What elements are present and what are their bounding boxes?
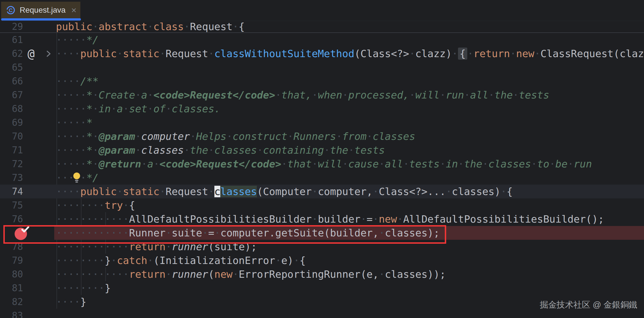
- code-text: ············AllDefaultPossibilitiesBuild…: [56, 212, 604, 226]
- code-text: ············Runner·suite·=·computer.getS…: [56, 226, 440, 240]
- line-number[interactable]: 78: [0, 240, 23, 254]
- line-number[interactable]: 75: [0, 198, 23, 212]
- code-text: ········}: [56, 281, 111, 295]
- tab-request-java[interactable]: C Request.java ×: [1, 2, 80, 19]
- close-icon[interactable]: ×: [71, 6, 76, 15]
- code-line-67[interactable]: 67·····*·Create·a·<code>Request</code>·t…: [0, 88, 644, 102]
- code-text: ········try·{: [56, 198, 135, 212]
- line-number[interactable]: 61: [0, 33, 23, 47]
- sticky-line-number[interactable]: 29: [0, 21, 23, 32]
- code-text: ····}: [56, 295, 86, 309]
- svg-text:C: C: [9, 7, 13, 13]
- code-line-71[interactable]: 71·····*·@param·classes·the·classes·cont…: [0, 143, 644, 157]
- tab-title: Request.java: [20, 6, 65, 15]
- line-number[interactable]: 82: [0, 295, 23, 309]
- code-line-70[interactable]: 70·····*·@param·computer·Helps·construct…: [0, 129, 644, 143]
- ide-window: C Request.java × 29 public·abstract·clas…: [0, 0, 644, 318]
- line-number[interactable]: 80: [0, 267, 23, 281]
- class-icon: C: [6, 5, 16, 15]
- line-number[interactable]: 71: [0, 143, 23, 157]
- line-number[interactable]: 62: [0, 47, 23, 61]
- line-number[interactable]: 72: [0, 157, 23, 171]
- code-text: ············return·runner(new·ErrorRepor…: [56, 267, 446, 281]
- code-line-77[interactable]: ············Runner·suite·=·computer.getS…: [0, 226, 644, 240]
- code-line-72[interactable]: 72·····*·@return·a·<code>Request</code>·…: [0, 157, 644, 171]
- code-line-61[interactable]: 61·····*/: [0, 33, 644, 47]
- code-lines: 61·····*/62@····public·static·Request·cl…: [0, 33, 644, 318]
- fold-chevron-icon[interactable]: [45, 50, 52, 59]
- line-number[interactable]: 65: [0, 61, 23, 74]
- code-line-81[interactable]: 81········}: [0, 281, 644, 295]
- code-line-78[interactable]: 78············return·runner(suite);: [0, 240, 644, 254]
- code-text: ·····*·@return·a·<code>Request</code>·th…: [56, 157, 592, 171]
- code-editor: 61·····*/62@····public·static·Request·cl…: [0, 33, 644, 318]
- code-line-69[interactable]: 69·····*: [0, 116, 644, 129]
- sticky-code: public·abstract·class·Request·{: [56, 21, 245, 32]
- watermark-text: 掘金技术社区 @ 金銀銅鐵: [540, 299, 637, 311]
- line-number[interactable]: 76: [0, 212, 23, 226]
- line-number[interactable]: 81: [0, 281, 23, 295]
- active-tab-underline: [1, 18, 81, 21]
- line-number[interactable]: 66: [0, 74, 23, 88]
- line-number[interactable]: 67: [0, 88, 23, 102]
- code-text: ·····*·Create·a·<code>Request</code>·tha…: [56, 88, 549, 102]
- code-line-79[interactable]: 79········}·catch·(InitializationError·e…: [0, 254, 644, 267]
- code-text: ········}·catch·(InitializationError·e)·…: [56, 254, 306, 267]
- code-text: ·····*·in·a·set·of·classes.: [56, 102, 220, 116]
- code-line-75[interactable]: 75········try·{: [0, 198, 644, 212]
- code-line-76[interactable]: 76············AllDefaultPossibilitiesBui…: [0, 212, 644, 226]
- code-line-73[interactable]: 73·····*/: [0, 171, 644, 185]
- code-text: ·····*/: [56, 33, 99, 47]
- code-line-80[interactable]: 80············return·runner(new·ErrorRep…: [0, 267, 644, 281]
- line-number[interactable]: 73: [0, 171, 23, 185]
- line-number[interactable]: 70: [0, 129, 23, 143]
- code-text: ····public·static·Request·classes(Comput…: [56, 185, 513, 198]
- code-text: ·····*: [56, 116, 92, 129]
- code-line-74[interactable]: 74····public·static·Request·classes(Comp…: [0, 185, 644, 198]
- code-text: ·····*·@param·classes·the·classes·contai…: [56, 143, 385, 157]
- annotation-icon[interactable]: @: [28, 47, 35, 61]
- code-line-65[interactable]: 65: [0, 61, 644, 74]
- line-number[interactable]: 79: [0, 254, 23, 267]
- sticky-header-line[interactable]: 29 public·abstract·class·Request·{: [0, 21, 644, 33]
- code-text: ····public·static·Request·classWithoutSu…: [56, 47, 644, 61]
- code-line-62[interactable]: 62@····public·static·Request·classWithou…: [0, 47, 644, 61]
- code-text: ····/**: [56, 74, 99, 88]
- code-line-66[interactable]: 66····/**: [0, 74, 644, 88]
- line-number[interactable]: 83: [0, 309, 23, 318]
- line-number[interactable]: 74: [0, 185, 23, 198]
- tab-bar: C Request.java ×: [0, 0, 644, 21]
- code-text: ·····*·@param·computer·Helps·construct·R…: [56, 129, 415, 143]
- line-number[interactable]: 68: [0, 102, 23, 116]
- intention-bulb-icon[interactable]: [72, 172, 81, 185]
- line-number[interactable]: 69: [0, 116, 23, 129]
- code-line-68[interactable]: 68·····*·in·a·set·of·classes.: [0, 102, 644, 116]
- code-text: ············return·runner(suite);: [56, 240, 257, 254]
